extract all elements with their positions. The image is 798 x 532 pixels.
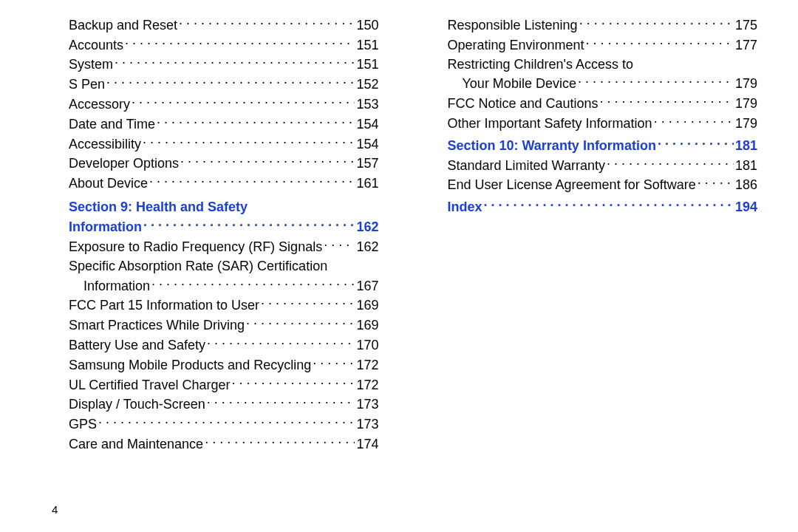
toc-leader-dots <box>115 55 355 69</box>
toc-page-ref: 181 <box>735 136 757 155</box>
toc-page-ref: 161 <box>356 174 378 193</box>
toc-page-ref: 194 <box>735 197 757 216</box>
toc-label: Information <box>83 276 150 296</box>
toc-entry[interactable]: FCC Part 15 Information to User169 <box>41 296 379 316</box>
toc-entry[interactable]: Developer Options157 <box>41 154 379 174</box>
toc-label: FCC Part 15 Information to User <box>69 296 259 315</box>
toc-label: Backup and Reset <box>69 16 177 35</box>
toc-page-ref: 173 <box>356 415 378 434</box>
toc-entry[interactable]: Exposure to Radio Frequency (RF) Signals… <box>41 236 379 256</box>
toc-entry[interactable]: End User License Agreement for Software1… <box>420 175 758 195</box>
toc-page-ref: 169 <box>356 296 378 315</box>
toc-page-ref: 162 <box>356 217 378 236</box>
toc-label: Date and Time <box>69 115 155 134</box>
toc-label: Operating Environment <box>448 35 584 55</box>
toc-entry[interactable]: Smart Practices While Driving169 <box>41 315 379 335</box>
toc-entry[interactable]: S Pen152 <box>41 74 379 94</box>
toc-leader-dots <box>231 375 355 389</box>
toc-leader-dots <box>205 434 355 449</box>
toc-leader-dots <box>654 113 734 128</box>
toc-leader-dots <box>157 114 355 129</box>
toc-label: Accessibility <box>69 134 141 154</box>
toc-page-ref: 151 <box>356 55 378 74</box>
toc-page-ref: 153 <box>356 95 378 114</box>
toc-label: Your Mobile Device <box>463 74 576 93</box>
toc-leader-dots <box>658 135 734 150</box>
toc-label: Developer Options <box>69 154 179 173</box>
toc-page-ref: 181 <box>735 156 757 175</box>
toc-label: Exposure to Radio Frequency (RF) Signals <box>69 237 322 256</box>
toc-leader-dots <box>246 315 355 330</box>
toc-label: FCC Notice and Cautions <box>448 94 598 113</box>
toc-entry[interactable]: Backup and Reset150 <box>41 15 379 35</box>
toc-label: Section 9: Health and Safety <box>69 197 248 216</box>
toc-label: Accessory <box>69 95 130 114</box>
toc-page-ref: 167 <box>356 276 378 296</box>
toc-page-ref: 154 <box>356 134 378 154</box>
toc-label: Other Important Safety Information <box>448 114 652 133</box>
toc-entry[interactable]: Accessory153 <box>41 94 379 114</box>
toc-leader-dots <box>484 197 734 211</box>
toc-label: Accounts <box>69 35 123 55</box>
toc-entry[interactable]: Care and Maintenance174 <box>41 434 379 454</box>
toc-label: Display / Touch-Screen <box>69 395 205 414</box>
toc-leader-dots <box>180 154 355 168</box>
toc-label: UL Certified Travel Charger <box>69 375 230 395</box>
toc-section-heading[interactable]: Information162 <box>41 216 379 236</box>
toc-entry[interactable]: Standard Limited Warranty181 <box>420 155 758 175</box>
toc-page-ref: 154 <box>356 115 378 134</box>
toc-label: Specific Absorption Rate (SAR) Certifica… <box>69 256 327 276</box>
toc-leader-dots <box>324 236 355 251</box>
toc-page-ref: 179 <box>735 74 757 93</box>
toc-section-heading[interactable]: Section 9: Health and Safety <box>41 197 379 216</box>
toc-entry[interactable]: System151 <box>41 55 379 75</box>
toc-leader-dots <box>132 94 355 109</box>
toc-section-heading[interactable]: Section 10: Warranty Information181 <box>420 135 758 155</box>
toc-label: Care and Maintenance <box>69 434 203 454</box>
toc-entry[interactable]: GPS173 <box>41 414 379 434</box>
toc-entry[interactable]: Battery Use and Safety170 <box>41 335 379 355</box>
toc-page-ref: 151 <box>356 35 378 55</box>
toc-leader-dots <box>151 276 355 290</box>
toc-leader-dots <box>313 355 355 369</box>
toc-entry[interactable]: Specific Absorption Rate (SAR) Certifica… <box>41 256 379 276</box>
toc-page-ref: 162 <box>356 237 378 256</box>
toc-label: System <box>69 55 113 74</box>
toc-label: Responsible Listening <box>448 16 578 35</box>
toc-leader-dots <box>698 175 734 190</box>
toc-leader-dots <box>207 395 355 409</box>
toc-entry[interactable]: Date and Time154 <box>41 114 379 134</box>
toc-page-ref: 169 <box>356 316 378 335</box>
toc-page-ref: 179 <box>735 94 757 113</box>
toc-section-heading[interactable]: Index194 <box>420 197 758 216</box>
toc-entry[interactable]: Responsible Listening175 <box>420 15 758 35</box>
toc-entry[interactable]: Operating Environment177 <box>420 35 758 55</box>
toc-label: Section 10: Warranty Information <box>448 136 656 155</box>
toc-entry[interactable]: Other Important Safety Information179 <box>420 113 758 133</box>
toc-leader-dots <box>579 15 734 30</box>
toc-label: Battery Use and Safety <box>69 335 205 355</box>
toc-entry[interactable]: Accounts151 <box>41 35 379 55</box>
toc-page-ref: 170 <box>356 335 378 355</box>
toc-label: Restricting Children's Access to <box>448 55 634 74</box>
toc-label: About Device <box>69 174 148 193</box>
toc-entry[interactable]: Accessibility154 <box>41 134 379 154</box>
toc-entry[interactable]: Information167 <box>41 276 379 296</box>
toc-entry[interactable]: Your Mobile Device179 <box>420 74 758 94</box>
toc-label: Samsung Mobile Products and Recycling <box>69 355 311 375</box>
toc-entry[interactable]: Display / Touch-Screen173 <box>41 395 379 415</box>
toc-label: Standard Limited Warranty <box>448 156 605 175</box>
toc-entry[interactable]: Restricting Children's Access to <box>420 55 758 74</box>
toc-page-ref: 152 <box>356 75 378 94</box>
toc-entry[interactable]: Samsung Mobile Products and Recycling172 <box>41 355 379 375</box>
toc-leader-dots <box>106 74 355 89</box>
toc-entry[interactable]: FCC Notice and Cautions179 <box>420 93 758 113</box>
toc-page-ref: 186 <box>735 175 757 194</box>
toc-label: S Pen <box>69 75 105 94</box>
toc-right-column: Responsible Listening175Operating Enviro… <box>420 15 758 488</box>
toc-page-ref: 157 <box>356 154 378 173</box>
toc-leader-dots <box>149 173 355 188</box>
toc-columns: Backup and Reset150Accounts151System151S… <box>41 15 757 488</box>
toc-entry[interactable]: About Device161 <box>41 173 379 193</box>
toc-entry[interactable]: UL Certified Travel Charger172 <box>41 375 379 395</box>
